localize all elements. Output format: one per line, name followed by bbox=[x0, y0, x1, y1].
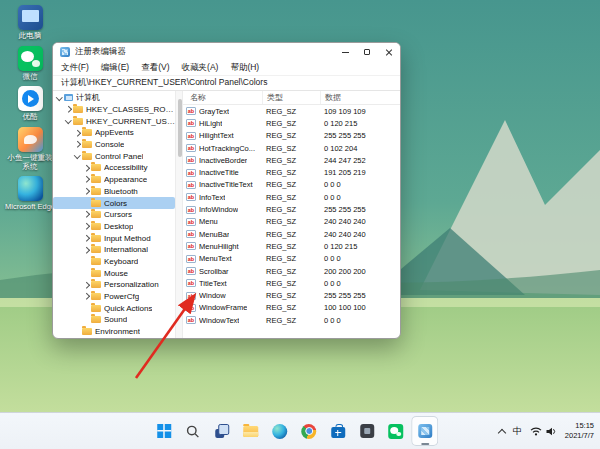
network-volume-group[interactable] bbox=[530, 427, 557, 436]
value-row-InfoWindow[interactable]: abInfoWindowREG_SZ255 255 255 bbox=[183, 203, 400, 215]
chevron-right-icon[interactable] bbox=[82, 166, 91, 171]
value-data: 0 0 0 bbox=[320, 316, 400, 325]
chevron-right-icon[interactable] bbox=[64, 107, 73, 112]
tree-item-accessibility[interactable]: Accessibility bbox=[53, 162, 175, 174]
chevron-down-icon[interactable] bbox=[73, 155, 82, 158]
taskbar-app-button[interactable] bbox=[353, 416, 380, 446]
menu-file[interactable]: 文件(F) bbox=[55, 61, 95, 75]
taskbar-taskview-button[interactable] bbox=[208, 416, 235, 446]
hidden-icons-chevron-icon[interactable] bbox=[498, 428, 506, 436]
value-row-Menu[interactable]: abMenuREG_SZ240 240 240 bbox=[183, 216, 400, 228]
chevron-right-icon[interactable] bbox=[82, 248, 91, 253]
value-type: REG_SZ bbox=[262, 205, 320, 214]
scrollbar-thumb[interactable] bbox=[178, 99, 182, 157]
chevron-right-icon[interactable] bbox=[82, 283, 91, 288]
value-row-InactiveTitle[interactable]: abInactiveTitleREG_SZ191 205 219 bbox=[183, 166, 400, 178]
column-header-1[interactable]: 类型 bbox=[262, 91, 320, 104]
column-header-2[interactable]: 数据 bbox=[320, 91, 400, 104]
clock[interactable]: 15:15 2021/7/7 bbox=[565, 421, 594, 441]
chevron-right-icon[interactable] bbox=[73, 142, 82, 147]
tree-item-hkey_current_user[interactable]: HKEY_CURRENT_USER bbox=[53, 115, 175, 127]
value-row-MenuText[interactable]: abMenuTextREG_SZ0 0 0 bbox=[183, 253, 400, 265]
value-row-HilightText[interactable]: abHilightTextREG_SZ255 255 255 bbox=[183, 130, 400, 142]
tree-item-colors[interactable]: Colors bbox=[53, 197, 175, 209]
chevron-down-icon[interactable] bbox=[64, 120, 73, 123]
value-row-WindowFrame[interactable]: abWindowFrameREG_SZ100 100 100 bbox=[183, 302, 400, 314]
tree-item-environment[interactable]: Environment bbox=[53, 326, 175, 338]
taskbar-browser-button[interactable] bbox=[295, 416, 322, 446]
tree-scrollbar[interactable] bbox=[175, 91, 183, 338]
tree-item-powercfg[interactable]: PowerCfg bbox=[53, 291, 175, 303]
value-name-cell: abInfoText bbox=[186, 193, 262, 202]
value-name: HilightText bbox=[199, 131, 234, 140]
value-type: REG_SZ bbox=[262, 291, 320, 300]
chevron-down-icon[interactable] bbox=[55, 97, 64, 100]
column-header-0[interactable]: 名称 bbox=[186, 91, 262, 104]
value-data: 255 255 255 bbox=[320, 291, 400, 300]
value-row-Window[interactable]: abWindowREG_SZ255 255 255 bbox=[183, 289, 400, 301]
value-row-MenuHilight[interactable]: abMenuHilightREG_SZ0 120 215 bbox=[183, 240, 400, 252]
tree-item-input-method[interactable]: Input Method bbox=[53, 232, 175, 244]
desktop-icon-youku[interactable]: 优酷 bbox=[3, 86, 57, 122]
tree-item-keyboard[interactable]: Keyboard bbox=[53, 256, 175, 268]
close-button[interactable] bbox=[378, 43, 400, 61]
value-type: REG_SZ bbox=[262, 180, 320, 189]
value-row-InactiveBorder[interactable]: abInactiveBorderREG_SZ244 247 252 bbox=[183, 154, 400, 166]
tree-item-console[interactable]: Console bbox=[53, 139, 175, 151]
value-row-HiLight[interactable]: abHiLightREG_SZ0 120 215 bbox=[183, 117, 400, 129]
tree-item-bluetooth[interactable]: Bluetooth bbox=[53, 186, 175, 198]
tree-item-desktop[interactable]: Desktop bbox=[53, 221, 175, 233]
value-name-cell: abWindowFrame bbox=[186, 303, 262, 312]
value-row-WindowText[interactable]: abWindowTextREG_SZ0 0 0 bbox=[183, 314, 400, 326]
taskbar-explorer-button[interactable] bbox=[237, 416, 264, 446]
chevron-right-icon[interactable] bbox=[73, 131, 82, 136]
value-name: Window bbox=[199, 291, 226, 300]
tree-item-appearance[interactable]: Appearance bbox=[53, 174, 175, 186]
value-row-MenuBar[interactable]: abMenuBarREG_SZ240 240 240 bbox=[183, 228, 400, 240]
ime-indicator[interactable]: 中 bbox=[513, 425, 522, 438]
app-icon bbox=[360, 424, 374, 438]
tree-item-international[interactable]: International bbox=[53, 244, 175, 256]
taskbar-search-button[interactable] bbox=[179, 416, 206, 446]
tree-item-cursors[interactable]: Cursors bbox=[53, 209, 175, 221]
menu-help[interactable]: 帮助(H) bbox=[224, 61, 265, 75]
tree-item-计算机[interactable]: 计算机 bbox=[53, 92, 175, 104]
value-row-Scrollbar[interactable]: abScrollbarREG_SZ200 200 200 bbox=[183, 265, 400, 277]
tree-item-appevents[interactable]: AppEvents bbox=[53, 127, 175, 139]
chevron-right-icon[interactable] bbox=[82, 177, 91, 182]
address-bar[interactable]: 计算机\HKEY_CURRENT_USER\Control Panel\Colo… bbox=[53, 75, 400, 91]
value-row-TitleText[interactable]: abTitleTextREG_SZ0 0 0 bbox=[183, 277, 400, 289]
tree-item-hkey_classes_root[interactable]: HKEY_CLASSES_ROOT bbox=[53, 104, 175, 116]
menu-edit[interactable]: 编辑(E) bbox=[95, 61, 135, 75]
chevron-right-icon[interactable] bbox=[82, 189, 91, 194]
tree-item-personalization[interactable]: Personalization bbox=[53, 279, 175, 291]
maximize-button[interactable] bbox=[356, 43, 378, 61]
desktop-icon-wechat[interactable]: 微信 bbox=[3, 46, 57, 82]
taskbar-wechat-button[interactable] bbox=[382, 416, 409, 446]
desktop-icon-xiaoyu[interactable]: 小鱼一键重装系统 bbox=[3, 127, 57, 171]
taskbar-regedit-button[interactable] bbox=[411, 416, 438, 446]
desktop-icon-edge[interactable]: Microsoft Edge bbox=[3, 176, 57, 212]
taskbar-edge-button[interactable] bbox=[266, 416, 293, 446]
value-row-InfoText[interactable]: abInfoTextREG_SZ0 0 0 bbox=[183, 191, 400, 203]
menu-view[interactable]: 查看(V) bbox=[135, 61, 175, 75]
tree-item-label: HKEY_CLASSES_ROOT bbox=[86, 105, 175, 114]
tree-item-control-panel[interactable]: Control Panel bbox=[53, 150, 175, 162]
desktop-icon-thispc[interactable]: 此电脑 bbox=[3, 5, 57, 41]
tree-item-quick-actions[interactable]: Quick Actions bbox=[53, 302, 175, 314]
tree-item-sound[interactable]: Sound bbox=[53, 314, 175, 326]
menu-favorites[interactable]: 收藏夹(A) bbox=[176, 61, 225, 75]
chevron-right-icon[interactable] bbox=[82, 224, 91, 229]
chevron-right-icon[interactable] bbox=[82, 212, 91, 217]
taskbar-start-button[interactable] bbox=[150, 416, 177, 446]
minimize-button[interactable] bbox=[334, 43, 356, 61]
tree-item-label: Control Panel bbox=[95, 152, 143, 161]
value-row-InactiveTitleText[interactable]: abInactiveTitleTextREG_SZ0 0 0 bbox=[183, 179, 400, 191]
value-row-GrayText[interactable]: abGrayTextREG_SZ109 109 109 bbox=[183, 105, 400, 117]
chevron-right-icon[interactable] bbox=[82, 294, 91, 299]
tree-item-mouse[interactable]: Mouse bbox=[53, 267, 175, 279]
value-row-HotTrackingCo-[interactable]: abHotTrackingCo...REG_SZ0 102 204 bbox=[183, 142, 400, 154]
titlebar[interactable]: 注册表编辑器 bbox=[53, 43, 400, 61]
taskbar-store-button[interactable] bbox=[324, 416, 351, 446]
chevron-right-icon[interactable] bbox=[82, 236, 91, 241]
